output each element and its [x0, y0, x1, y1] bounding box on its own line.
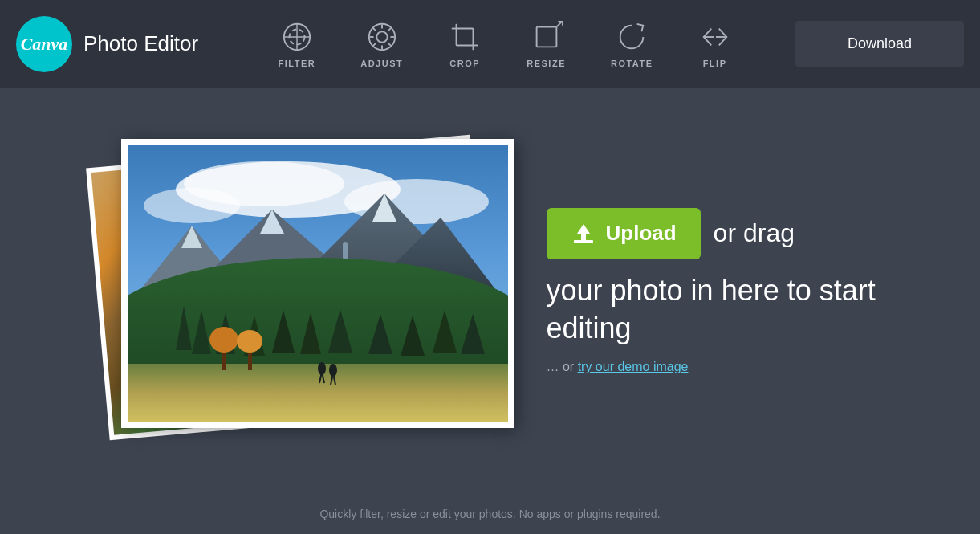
photo-front-image	[128, 145, 508, 422]
toolbar: FILTER ADJUST	[214, 12, 795, 76]
svg-line-11	[388, 27, 391, 31]
footer: Quickly filter, resize or edit your phot…	[0, 494, 980, 534]
svg-line-12	[372, 43, 376, 46]
svg-rect-48	[128, 364, 508, 422]
demo-link-row: … or try our demo image	[547, 360, 689, 374]
toolbar-crop[interactable]: CROP	[425, 12, 504, 76]
svg-point-50	[209, 327, 238, 353]
toolbar-flip[interactable]: FLIP	[676, 12, 754, 76]
rotate-icon	[615, 20, 649, 54]
rotate-label: ROTATE	[611, 59, 653, 68]
demo-prefix: … or	[547, 360, 578, 373]
upload-icon	[571, 221, 596, 247]
header: Canva Photo Editor FILTER	[0, 0, 980, 88]
toolbar-resize[interactable]: RESIZE	[504, 12, 588, 76]
logo-area: Canva Photo Editor	[16, 16, 198, 72]
adjust-label: ADJUST	[360, 59, 403, 68]
upload-button-label: Upload	[606, 221, 677, 246]
mountain-svg	[128, 145, 508, 422]
svg-rect-14	[457, 28, 474, 45]
svg-point-27	[144, 188, 240, 223]
svg-marker-60	[577, 224, 590, 240]
svg-rect-19	[536, 26, 556, 47]
drag-text: or drag	[714, 218, 795, 248]
upload-tagline: your photo in here to start editing	[547, 272, 884, 348]
app-title: Photo Editor	[83, 31, 198, 56]
resize-label: RESIZE	[527, 59, 566, 68]
filter-label: FILTER	[279, 59, 316, 68]
adjust-icon	[365, 20, 399, 54]
filter-icon	[280, 20, 314, 54]
svg-rect-59	[574, 240, 593, 243]
main-content: Upload or drag your photo in here to sta…	[0, 88, 980, 494]
toolbar-rotate[interactable]: ROTATE	[588, 12, 676, 76]
logo-wordmark: Canva	[21, 34, 68, 55]
upload-row: Upload or drag	[547, 208, 795, 259]
svg-line-10	[388, 43, 391, 46]
photo-front	[121, 139, 514, 428]
svg-line-20	[556, 21, 563, 27]
upload-button[interactable]: Upload	[547, 208, 701, 259]
svg-point-52	[237, 330, 262, 353]
svg-point-13	[376, 31, 387, 42]
demo-link[interactable]: try our demo image	[578, 360, 689, 373]
crop-label: CROP	[449, 59, 480, 68]
upload-panel: Upload or drag your photo in here to sta…	[547, 208, 884, 375]
footer-text: Quickly filter, resize or edit your phot…	[319, 508, 660, 520]
download-button[interactable]: Download	[795, 21, 964, 67]
flip-icon	[698, 20, 732, 54]
svg-line-9	[372, 27, 376, 31]
demo-photo-stack	[97, 139, 498, 444]
crop-icon	[448, 20, 482, 54]
toolbar-adjust[interactable]: ADJUST	[338, 12, 425, 76]
canva-logo[interactable]: Canva	[16, 16, 72, 72]
flip-label: FLIP	[703, 59, 727, 68]
toolbar-filter[interactable]: FILTER	[256, 12, 339, 76]
resize-icon	[530, 20, 563, 54]
